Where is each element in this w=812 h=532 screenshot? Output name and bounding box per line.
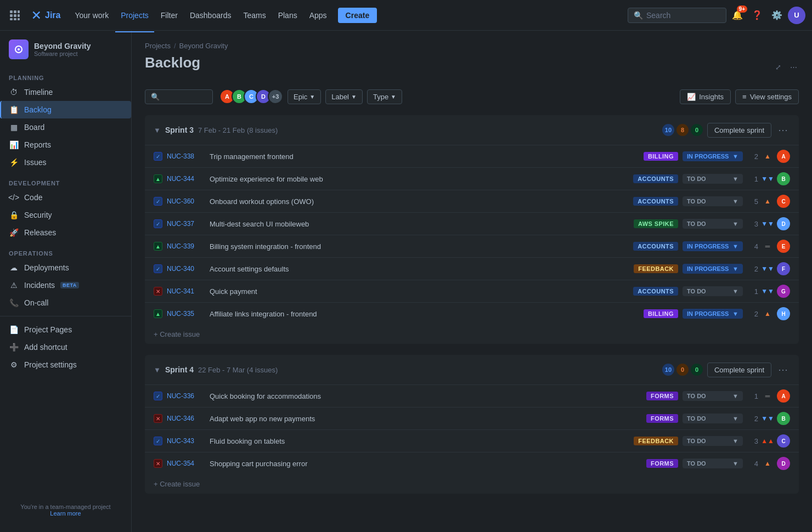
issue-points: 2 xyxy=(747,265,758,273)
sidebar-item-project-settings[interactable]: ⚙ Project settings xyxy=(0,356,131,373)
issue-key: NUC-360 xyxy=(167,197,205,205)
filter-search[interactable]: 🔍 xyxy=(145,89,213,104)
label-filter[interactable]: Label ▼ xyxy=(325,89,363,104)
issue-avatar: F xyxy=(777,262,790,275)
jira-logo[interactable]: Jira xyxy=(25,9,65,21)
project-icon xyxy=(9,39,29,59)
sidebar-item-issues[interactable]: ⚡ Issues xyxy=(0,154,131,171)
project-type: Software project xyxy=(34,50,91,57)
issue-status[interactable]: IN PROGRESS▼ xyxy=(683,309,743,319)
sprint-4-create-issue[interactable]: + Create issue xyxy=(145,474,799,494)
breadcrumb-project[interactable]: Beyond Gravity xyxy=(179,42,228,50)
user-avatar[interactable]: U xyxy=(788,7,805,24)
issue-status[interactable]: TO DO▼ xyxy=(683,219,743,229)
settings-button[interactable]: ⚙️ xyxy=(768,7,786,24)
issue-status[interactable]: TO DO▼ xyxy=(683,174,743,184)
sidebar-item-oncall[interactable]: 📞 On-call xyxy=(0,294,131,312)
search-input[interactable] xyxy=(646,11,712,20)
epic-chevron-icon: ▼ xyxy=(309,94,315,100)
sprint-4-more-icon[interactable]: ⋯ xyxy=(776,361,790,378)
backlog-icon: 📋 xyxy=(9,105,19,115)
insights-button[interactable]: 📈 Insights xyxy=(680,89,731,104)
issue-nuc-338[interactable]: ✓ NUC-338 Trip management frontend BILLI… xyxy=(145,145,799,168)
deployments-icon: ☁ xyxy=(9,263,19,273)
sidebar-item-timeline[interactable]: ⏱ Timeline xyxy=(0,83,131,101)
sprint-3-create-issue[interactable]: + Create issue xyxy=(145,325,799,344)
sprint-4-badge-blue: 10 xyxy=(662,364,674,376)
sidebar-item-deployments[interactable]: ☁ Deployments xyxy=(0,259,131,276)
insights-icon: 📈 xyxy=(687,93,696,101)
sprint-4-complete-button[interactable]: Complete sprint xyxy=(707,363,771,377)
sidebar-item-board[interactable]: ▦ Board xyxy=(0,118,131,136)
issue-nuc-340[interactable]: ✓ NUC-340 Account settings defaults FEED… xyxy=(145,258,799,280)
more-options-icon[interactable]: ⋯ xyxy=(788,62,799,73)
breadcrumb-projects[interactable]: Projects xyxy=(145,42,171,50)
issue-nuc-343[interactable]: ✓ NUC-343 Fluid booking on tablets FEEDB… xyxy=(145,430,799,452)
sprint-4-header: ▼ Sprint 4 22 Feb - 7 Mar (4 issues) 10 … xyxy=(145,355,799,385)
sprint-3-toggle[interactable]: ▼ xyxy=(154,126,161,134)
grid-menu-icon[interactable] xyxy=(7,7,23,24)
releases-icon: 🚀 xyxy=(9,228,19,237)
nav-your-work: Your work xyxy=(69,8,114,23)
issue-nuc-346[interactable]: ✕ NUC-346 Adapt web app no new payments … xyxy=(145,408,799,430)
view-settings-button[interactable]: ≡ View settings xyxy=(735,89,799,104)
priority-high-icon: ▲ xyxy=(763,309,772,319)
issue-nuc-344[interactable]: ▲ NUC-344 Optimize experience for mobile… xyxy=(145,168,799,190)
search-box[interactable]: 🔍 xyxy=(628,8,726,23)
notifications-button[interactable]: 🔔 9+ xyxy=(729,7,746,24)
sprint-4-badge-green: 0 xyxy=(691,364,703,376)
sidebar-item-backlog[interactable]: 📋 Backlog xyxy=(0,101,131,118)
issue-nuc-339[interactable]: ▲ NUC-339 Billing system integration - f… xyxy=(145,235,799,258)
security-icon: 🔒 xyxy=(9,210,19,220)
type-filter[interactable]: Type ▼ xyxy=(367,89,402,104)
issue-status[interactable]: IN PROGRESS▼ xyxy=(683,264,743,274)
sidebar-item-security[interactable]: 🔒 Security xyxy=(0,206,131,224)
issue-status[interactable]: IN PROGRESS▼ xyxy=(683,241,743,251)
issue-status[interactable]: TO DO▼ xyxy=(683,414,743,423)
create-button[interactable]: Create xyxy=(338,8,377,23)
svg-rect-7 xyxy=(14,18,16,20)
issue-avatar: C xyxy=(777,195,790,208)
sprint-4-toggle[interactable]: ▼ xyxy=(154,366,161,374)
sidebar-item-releases[interactable]: 🚀 Releases xyxy=(0,224,131,241)
issue-nuc-335[interactable]: ▲ NUC-335 Affiliate links integration - … xyxy=(145,303,799,325)
issue-nuc-360[interactable]: ✓ NUC-360 Onboard workout options (OWO) … xyxy=(145,190,799,213)
sprint-4-badge-orange: 0 xyxy=(676,364,689,376)
issue-status[interactable]: IN PROGRESS▼ xyxy=(683,151,743,161)
nav-items: Your work Projects Filter Dashboards Tea… xyxy=(69,8,625,23)
sidebar-item-add-shortcut[interactable]: ➕ Add shortcut xyxy=(0,338,131,356)
nav-teams: Teams xyxy=(238,8,271,23)
avatar-more[interactable]: +3 xyxy=(268,89,283,104)
help-button[interactable]: ❓ xyxy=(748,7,766,24)
sidebar-divider xyxy=(0,316,131,316)
sidebar-item-incidents[interactable]: ⚠ Incidents BETA xyxy=(0,276,131,294)
sidebar-item-reports[interactable]: 📊 Reports xyxy=(0,136,131,154)
sprint-3-more-icon[interactable]: ⋯ xyxy=(776,122,790,138)
epic-filter[interactable]: Epic ▼ xyxy=(287,89,321,104)
toolbar-right: 📈 Insights ≡ View settings xyxy=(680,89,799,104)
issue-summary: Quick booking for accommodations xyxy=(210,392,642,400)
backlog-search-input[interactable] xyxy=(163,93,207,101)
issue-points: 1 xyxy=(747,287,758,296)
issue-label: ACCOUNTS xyxy=(633,287,678,296)
svg-point-10 xyxy=(18,48,20,50)
sidebar-item-code[interactable]: </> Code xyxy=(0,189,131,206)
sprint-3-complete-button[interactable]: Complete sprint xyxy=(707,123,771,138)
issue-status[interactable]: TO DO▼ xyxy=(683,286,743,296)
issue-type-task-icon: ✓ xyxy=(154,219,162,228)
issue-status[interactable]: TO DO▼ xyxy=(683,391,743,401)
issue-nuc-354[interactable]: ✕ NUC-354 Shopping cart purchasing error… xyxy=(145,452,799,474)
issue-points: 5 xyxy=(747,197,758,206)
issue-status[interactable]: TO DO▼ xyxy=(683,436,743,446)
sidebar-item-project-pages[interactable]: 📄 Project Pages xyxy=(0,321,131,338)
issue-nuc-341[interactable]: ✕ NUC-341 Quick payment ACCOUNTS TO DO▼ … xyxy=(145,280,799,303)
expand-icon[interactable]: ⤢ xyxy=(772,62,783,73)
priority-high-icon: ▲ xyxy=(763,459,772,468)
issue-status[interactable]: TO DO▼ xyxy=(683,196,743,206)
issue-nuc-337[interactable]: ✓ NUC-337 Multi-dest search UI mobileweb… xyxy=(145,213,799,235)
learn-more-link[interactable]: Learn more xyxy=(50,510,81,517)
issue-nuc-336[interactable]: ✓ NUC-336 Quick booking for accommodatio… xyxy=(145,385,799,408)
type-chevron-icon: ▼ xyxy=(391,94,396,100)
priority-low-icon: ▼▼ xyxy=(763,219,772,229)
issue-status[interactable]: TO DO▼ xyxy=(683,459,743,468)
